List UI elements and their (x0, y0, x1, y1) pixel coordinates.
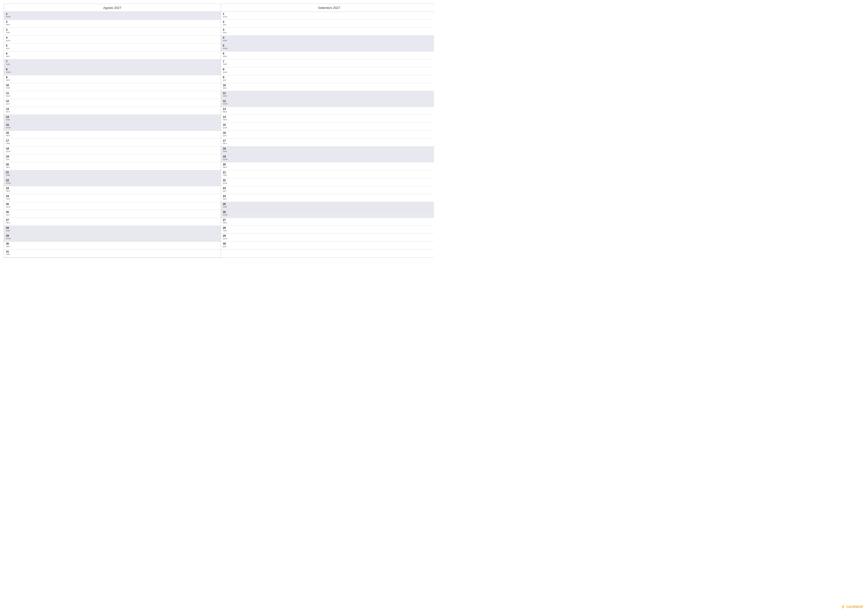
day-number: 7 (6, 60, 11, 63)
day-number: 4 (6, 36, 11, 39)
day-row: 2QUI (221, 20, 434, 28)
day-row: 14TER (221, 115, 434, 123)
day-name: SEG (223, 111, 228, 113)
day-number: 20 (223, 163, 228, 166)
day-number: 30 (6, 242, 11, 246)
day-number: 29 (223, 234, 228, 238)
day-row: 24TER (4, 194, 221, 202)
day-name: DOM (223, 214, 228, 216)
day-row: 28TER (221, 226, 434, 234)
month-header-setembro-2027: Setembro 2027 (221, 4, 434, 12)
day-row: 18SAB (221, 146, 434, 154)
day-name: TER (223, 230, 228, 232)
day-number: 3 (223, 28, 228, 31)
day-row: 20SEX (4, 162, 221, 170)
day-name: TER (6, 143, 11, 145)
day-name: DOM (223, 48, 228, 50)
day-row: 10TER (4, 83, 221, 91)
day-row: 21TER (221, 170, 434, 178)
day-row: 17SEX (221, 138, 434, 146)
day-row: 25QUA (4, 202, 221, 210)
day-row: 27SEG (221, 218, 434, 226)
day-name: TER (223, 119, 228, 121)
day-number: 27 (6, 218, 11, 222)
day-name: TER (6, 253, 11, 255)
day-number: 2 (223, 20, 228, 23)
day-row: 28SAB (4, 226, 221, 234)
day-name: QUA (223, 182, 228, 184)
day-name: QUA (6, 151, 11, 152)
day-name: SEX (223, 32, 228, 34)
day-row: 21SAB (4, 170, 221, 178)
day-number: 25 (223, 202, 228, 206)
day-number: 3 (6, 28, 11, 31)
day-number: 25 (6, 202, 11, 206)
day-row: 7TER (221, 59, 434, 67)
day-number: 5 (223, 44, 228, 47)
day-name: SAB (223, 206, 228, 208)
day-number: 22 (6, 179, 11, 182)
day-number: 28 (223, 226, 228, 230)
month-column-agosto-2027: Agosto 20271DOM2SEG3TER4QUA5QUI6SEX7SAB8… (4, 4, 221, 258)
day-row: 1DOM (4, 12, 221, 20)
day-number: 16 (223, 131, 228, 134)
day-name: DOM (223, 103, 228, 105)
day-row: 17TER (4, 138, 221, 146)
day-row: 9QUI (221, 75, 434, 83)
day-name: QUI (6, 159, 11, 160)
day-number: 11 (223, 92, 228, 95)
day-name: SEX (223, 198, 228, 200)
day-number: 5 (6, 44, 11, 47)
day-name: TER (6, 198, 11, 200)
day-number: 12 (6, 99, 11, 103)
day-name: SAB (6, 119, 11, 121)
day-row: 20SEG (221, 162, 434, 170)
day-name: QUA (6, 40, 11, 42)
day-name: DOM (6, 238, 11, 239)
day-row: 11SAB (221, 91, 434, 99)
day-row: 18QUA (4, 146, 221, 154)
day-name: TER (223, 64, 228, 65)
day-number: 24 (6, 194, 11, 198)
day-row: 1QUA (221, 12, 434, 20)
day-number: 22 (223, 179, 228, 182)
day-name: QUI (6, 48, 11, 50)
day-name: SEX (6, 111, 11, 113)
day-name: QUA (223, 16, 228, 18)
day-row: 22DOM (4, 178, 221, 186)
day-number: 9 (223, 76, 228, 79)
day-row: 29QUA (221, 234, 434, 242)
day-number: 19 (223, 155, 228, 158)
day-number: 15 (6, 123, 11, 126)
day-number: 12 (223, 99, 228, 103)
day-number: 24 (223, 194, 228, 198)
day-number: 4 (223, 36, 228, 39)
day-row: 30SEG (4, 242, 221, 250)
day-row: 14SAB (4, 115, 221, 123)
day-name: QUI (223, 79, 228, 81)
day-row: 6SEG (221, 51, 434, 59)
day-row: 26DOM (221, 210, 434, 218)
day-number: 1 (6, 12, 11, 16)
day-row: 12DOM (221, 99, 434, 107)
day-name: QUA (223, 238, 228, 239)
day-row: 6SEX (4, 51, 221, 59)
day-row: 30QUI (221, 242, 434, 250)
day-number: 2 (6, 20, 11, 23)
day-name: QUI (223, 246, 228, 247)
day-number: 7 (223, 60, 228, 63)
day-name: DOM (6, 71, 11, 73)
day-number: 15 (223, 123, 228, 126)
day-row: 4QUA (4, 36, 221, 44)
day-number: 26 (223, 210, 228, 214)
month-column-setembro-2027: Setembro 20271QUA2QUI3SEX4SAB5DOM6SEG7TE… (221, 4, 434, 258)
day-name: SEG (223, 56, 228, 58)
day-row: 5QUI (4, 44, 221, 51)
day-name: SEG (6, 79, 11, 81)
day-row: 16SEG (4, 131, 221, 138)
day-number: 6 (223, 52, 228, 55)
day-row: 13SEG (221, 107, 434, 115)
day-number: 19 (6, 155, 11, 158)
day-name: SEX (223, 87, 228, 89)
day-number: 18 (223, 147, 228, 150)
